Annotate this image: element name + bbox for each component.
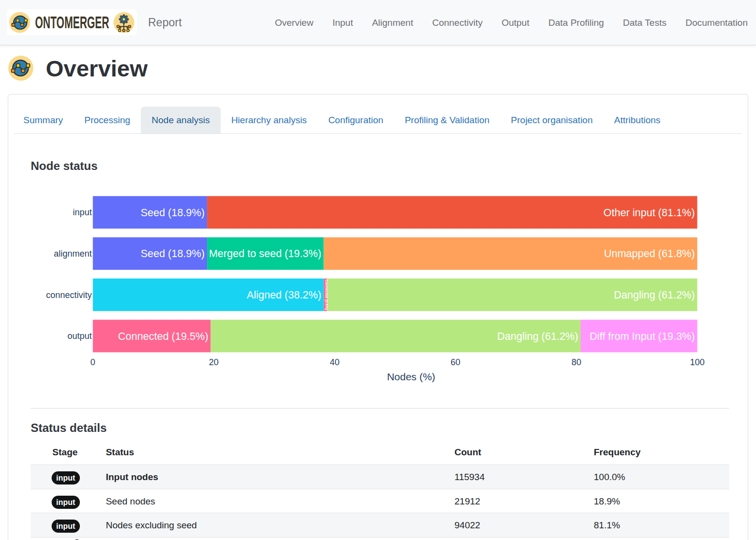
svg-text:Seed (18.9%): Seed (18.9%) [141, 248, 205, 260]
svg-text:Nodes (%): Nodes (%) [387, 371, 435, 382]
svg-text:100: 100 [690, 357, 704, 367]
svg-text:Dangling (61.2%): Dangling (61.2%) [497, 331, 578, 342]
svg-text:Unmapped (61.8%): Unmapped (61.8%) [604, 248, 695, 260]
svg-text:alignment: alignment [54, 249, 92, 259]
svg-text:Dangling (61.2%): Dangling (61.2%) [614, 289, 695, 301]
svg-text:output: output [67, 331, 92, 341]
svg-text:Aligned (38.2%): Aligned (38.2%) [247, 289, 321, 301]
svg-text:Merged to seed (19.3%): Merged to seed (19.3%) [209, 248, 321, 260]
svg-text:60: 60 [451, 357, 460, 367]
svg-text:Seed (18.9%): Seed (18.9%) [141, 207, 205, 219]
svg-text:0: 0 [91, 357, 95, 367]
svg-text:Diff from Input (19.3%): Diff from Input (19.3%) [590, 331, 695, 342]
svg-text:80: 80 [571, 357, 581, 367]
svg-text:Other input (81.1%): Other input (81.1%) [604, 207, 695, 219]
svg-text:40: 40 [330, 357, 340, 367]
svg-text:connectivity: connectivity [46, 290, 92, 300]
svg-text:Connected (0.6%): Connected (0.6%) [324, 279, 329, 310]
svg-text:20: 20 [209, 357, 219, 367]
svg-text:input: input [73, 207, 92, 217]
svg-text:Connected (19.5%): Connected (19.5%) [118, 331, 208, 342]
